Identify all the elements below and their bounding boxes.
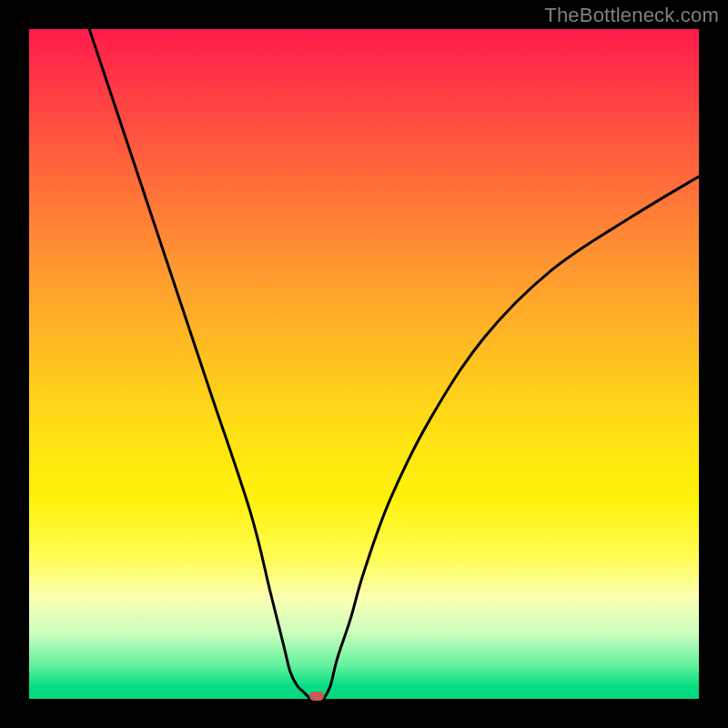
curve-path <box>89 29 699 699</box>
chart-frame: TheBottleneck.com <box>0 0 728 728</box>
optimal-point-marker <box>309 692 324 701</box>
bottleneck-curve <box>29 29 699 699</box>
plot-area <box>29 29 699 699</box>
watermark-text: TheBottleneck.com <box>544 4 719 27</box>
